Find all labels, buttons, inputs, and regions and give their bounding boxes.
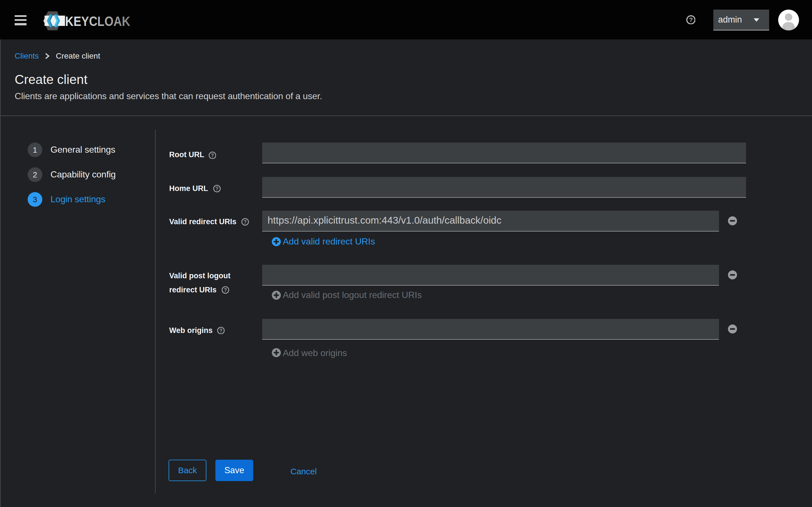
svg-text:?: ? — [219, 328, 222, 333]
svg-text:?: ? — [689, 16, 693, 23]
svg-text:?: ? — [215, 186, 218, 191]
svg-text:KEYCLOAK: KEYCLOAK — [65, 14, 130, 29]
svg-text:?: ? — [211, 152, 214, 158]
svg-text:?: ? — [224, 287, 227, 293]
svg-text:?: ? — [244, 219, 247, 225]
